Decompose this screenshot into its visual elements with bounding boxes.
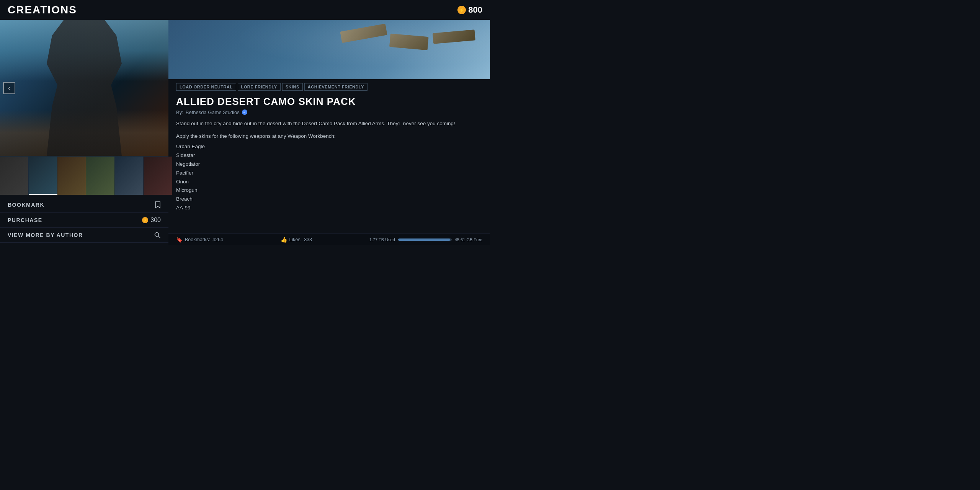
thumb-bg-1 bbox=[29, 157, 57, 194]
thumbnail-2[interactable] bbox=[57, 157, 86, 195]
thumb-bg-3 bbox=[86, 157, 114, 195]
thumbnail-0[interactable] bbox=[0, 157, 29, 195]
bookmarks-stat: 🔖 Bookmarks: 4264 bbox=[176, 237, 223, 243]
storage-fill bbox=[398, 238, 450, 241]
weapon-item: Urban Eagle bbox=[176, 142, 482, 151]
main-container: ‹ BOOKMARK bbox=[0, 20, 490, 245]
thumbnail-3[interactable] bbox=[86, 157, 115, 195]
tag-lore-friendly: LORE FRIENDLY bbox=[238, 83, 281, 91]
bottom-actions: BOOKMARK PURCHASE ⚡ 300 VIEW MORE BY AUT… bbox=[0, 194, 168, 245]
weapon-list-items: Urban EagleSidestarNegotiatorPacifierOri… bbox=[176, 142, 482, 213]
author-prefix: By: bbox=[176, 109, 183, 115]
weapon-item: Sidestar bbox=[176, 151, 482, 160]
thumb-bg-0 bbox=[0, 157, 28, 195]
purchase-price-area: ⚡ 300 bbox=[142, 217, 161, 224]
bookmark-icon bbox=[155, 201, 161, 209]
weapon-list: Apply the skins for the following weapon… bbox=[176, 132, 482, 212]
thumb-bg-5 bbox=[144, 157, 172, 195]
main-image: ‹ bbox=[0, 20, 168, 156]
thumbnail-4[interactable] bbox=[115, 157, 144, 195]
preview-banner bbox=[168, 20, 490, 79]
weapon-item: Negotiator bbox=[176, 160, 482, 169]
credit-icon: ⚡ bbox=[457, 6, 466, 14]
thumb-bg-2 bbox=[57, 157, 86, 195]
credits-amount: 800 bbox=[468, 5, 482, 15]
storage-bar bbox=[398, 238, 452, 241]
purchase-amount: 300 bbox=[150, 217, 161, 224]
bookmark-stat-icon: 🔖 bbox=[176, 237, 183, 243]
storage-free: 45.61 GB Free bbox=[455, 237, 482, 242]
header: CREATIONS ⚡ 800 bbox=[0, 0, 490, 20]
left-panel: ‹ BOOKMARK bbox=[0, 20, 168, 245]
bookmark-icon-area bbox=[155, 201, 161, 209]
bookmarks-count: 4264 bbox=[212, 237, 223, 242]
tag-load-order-neutral: LOAD ORDER NEUTRAL bbox=[176, 83, 236, 91]
description-text: Stand out in the city and hide out in th… bbox=[176, 120, 482, 127]
nav-arrow-left[interactable]: ‹ bbox=[3, 82, 15, 94]
purchase-button[interactable]: PURCHASE ⚡ 300 bbox=[0, 213, 168, 228]
svg-point-0 bbox=[155, 233, 159, 237]
likes-stat-icon: 👍 bbox=[281, 237, 287, 243]
content-area: ALLIED DESERT CAMO SKIN PACK By: Bethesd… bbox=[168, 93, 490, 233]
likes-stat: 👍 Likes: 333 bbox=[281, 237, 312, 243]
tags-row: LOAD ORDER NEUTRAL LORE FRIENDLY SKINS A… bbox=[168, 79, 490, 93]
search-icon bbox=[154, 232, 161, 238]
page-title: CREATIONS bbox=[8, 4, 77, 16]
weapon-item: Orion bbox=[176, 178, 482, 186]
right-panel: LOAD ORDER NEUTRAL LORE FRIENDLY SKINS A… bbox=[168, 20, 490, 245]
author-name: Bethesda Game Studios bbox=[186, 109, 240, 115]
main-image-bg bbox=[0, 20, 168, 156]
verified-icon: ✓ bbox=[242, 109, 247, 115]
weapon-item: AA-99 bbox=[176, 204, 482, 212]
purchase-credit-icon: ⚡ bbox=[142, 217, 148, 223]
footer-stats: 🔖 Bookmarks: 4264 👍 Likes: 333 1.77 TB U… bbox=[168, 233, 490, 245]
bookmarks-label: Bookmarks: bbox=[185, 237, 210, 242]
weapon-item: Microgun bbox=[176, 186, 482, 195]
storage-used: 1.77 TB Used bbox=[369, 237, 395, 242]
thumb-bg-4 bbox=[115, 157, 143, 195]
search-icon-area bbox=[154, 232, 161, 238]
bookmark-button[interactable]: BOOKMARK bbox=[0, 197, 168, 213]
tag-skins: SKINS bbox=[282, 83, 303, 91]
likes-count: 333 bbox=[304, 237, 312, 242]
weapon-shapes bbox=[341, 28, 475, 41]
thumbnails-strip bbox=[0, 156, 168, 194]
author-row: By: Bethesda Game Studios ✓ bbox=[176, 109, 482, 115]
thumbnail-1[interactable] bbox=[29, 157, 57, 195]
thumbnail-5[interactable] bbox=[144, 157, 172, 195]
credits-display: ⚡ 800 bbox=[457, 5, 482, 15]
weapon-apply-text: Apply the skins for the following weapon… bbox=[176, 132, 482, 141]
tag-achievement-friendly: ACHIEVEMENT FRIENDLY bbox=[304, 83, 368, 91]
weapon-item: Breach bbox=[176, 195, 482, 204]
view-more-button[interactable]: VIEW MORE BY AUTHOR bbox=[0, 228, 168, 243]
mod-title: ALLIED DESERT CAMO SKIN PACK bbox=[176, 96, 482, 107]
likes-label: Likes: bbox=[289, 237, 302, 242]
storage-bar-container: 1.77 TB Used 45.61 GB Free bbox=[369, 237, 482, 242]
svg-line-1 bbox=[158, 236, 161, 238]
weapon-item: Pacifier bbox=[176, 169, 482, 178]
